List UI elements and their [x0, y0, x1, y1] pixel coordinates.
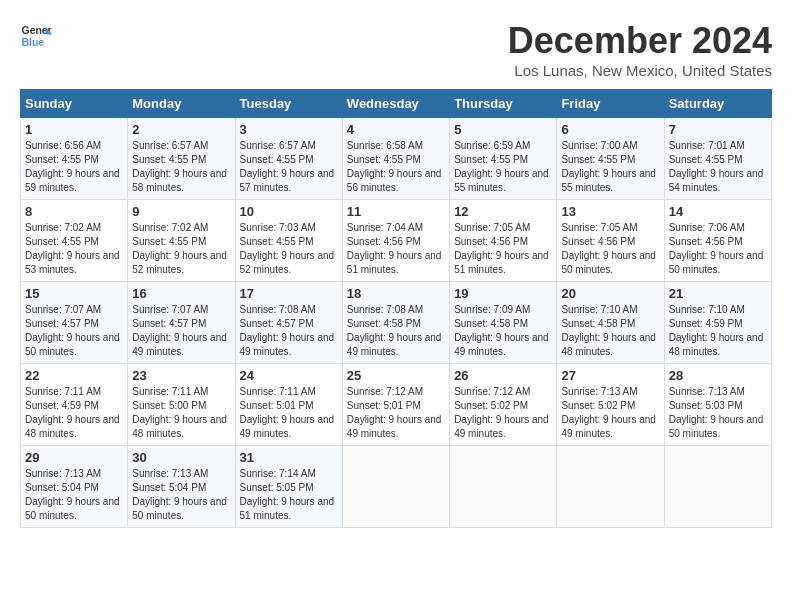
day-number: 15 — [25, 286, 123, 301]
calendar-title: December 2024 — [508, 20, 772, 62]
day-number: 29 — [25, 450, 123, 465]
day-number: 5 — [454, 122, 552, 137]
calendar-cell — [664, 446, 771, 528]
calendar-cell: 21 Sunrise: 7:10 AMSunset: 4:59 PMDaylig… — [664, 282, 771, 364]
calendar-cell: 3 Sunrise: 6:57 AMSunset: 4:55 PMDayligh… — [235, 118, 342, 200]
day-info: Sunrise: 7:02 AMSunset: 4:55 PMDaylight:… — [25, 222, 120, 275]
day-info: Sunrise: 7:10 AMSunset: 4:58 PMDaylight:… — [561, 304, 656, 357]
calendar-cell: 8 Sunrise: 7:02 AMSunset: 4:55 PMDayligh… — [21, 200, 128, 282]
day-number: 26 — [454, 368, 552, 383]
day-number: 20 — [561, 286, 659, 301]
day-info: Sunrise: 7:05 AMSunset: 4:56 PMDaylight:… — [561, 222, 656, 275]
calendar-cell: 30 Sunrise: 7:13 AMSunset: 5:04 PMDaylig… — [128, 446, 235, 528]
day-info: Sunrise: 7:09 AMSunset: 4:58 PMDaylight:… — [454, 304, 549, 357]
day-info: Sunrise: 7:07 AMSunset: 4:57 PMDaylight:… — [25, 304, 120, 357]
day-info: Sunrise: 7:06 AMSunset: 4:56 PMDaylight:… — [669, 222, 764, 275]
week-row-4: 22 Sunrise: 7:11 AMSunset: 4:59 PMDaylig… — [21, 364, 772, 446]
calendar-cell: 26 Sunrise: 7:12 AMSunset: 5:02 PMDaylig… — [450, 364, 557, 446]
calendar-cell: 6 Sunrise: 7:00 AMSunset: 4:55 PMDayligh… — [557, 118, 664, 200]
calendar-cell: 22 Sunrise: 7:11 AMSunset: 4:59 PMDaylig… — [21, 364, 128, 446]
calendar-cell: 18 Sunrise: 7:08 AMSunset: 4:58 PMDaylig… — [342, 282, 449, 364]
day-info: Sunrise: 7:00 AMSunset: 4:55 PMDaylight:… — [561, 140, 656, 193]
day-number: 10 — [240, 204, 338, 219]
day-info: Sunrise: 6:56 AMSunset: 4:55 PMDaylight:… — [25, 140, 120, 193]
day-number: 18 — [347, 286, 445, 301]
calendar-cell — [342, 446, 449, 528]
week-row-1: 1 Sunrise: 6:56 AMSunset: 4:55 PMDayligh… — [21, 118, 772, 200]
calendar-cell: 10 Sunrise: 7:03 AMSunset: 4:55 PMDaylig… — [235, 200, 342, 282]
calendar-cell: 15 Sunrise: 7:07 AMSunset: 4:57 PMDaylig… — [21, 282, 128, 364]
header-wednesday: Wednesday — [342, 90, 449, 118]
day-number: 13 — [561, 204, 659, 219]
calendar-cell: 20 Sunrise: 7:10 AMSunset: 4:58 PMDaylig… — [557, 282, 664, 364]
day-info: Sunrise: 7:02 AMSunset: 4:55 PMDaylight:… — [132, 222, 227, 275]
calendar-cell: 13 Sunrise: 7:05 AMSunset: 4:56 PMDaylig… — [557, 200, 664, 282]
day-info: Sunrise: 7:07 AMSunset: 4:57 PMDaylight:… — [132, 304, 227, 357]
day-number: 6 — [561, 122, 659, 137]
calendar-cell: 12 Sunrise: 7:05 AMSunset: 4:56 PMDaylig… — [450, 200, 557, 282]
calendar-cell: 9 Sunrise: 7:02 AMSunset: 4:55 PMDayligh… — [128, 200, 235, 282]
day-number: 4 — [347, 122, 445, 137]
calendar-table: SundayMondayTuesdayWednesdayThursdayFrid… — [20, 89, 772, 528]
day-number: 28 — [669, 368, 767, 383]
calendar-subtitle: Los Lunas, New Mexico, United States — [508, 62, 772, 79]
weekday-header-row: SundayMondayTuesdayWednesdayThursdayFrid… — [21, 90, 772, 118]
day-info: Sunrise: 7:08 AMSunset: 4:58 PMDaylight:… — [347, 304, 442, 357]
day-number: 7 — [669, 122, 767, 137]
day-info: Sunrise: 7:12 AMSunset: 5:02 PMDaylight:… — [454, 386, 549, 439]
calendar-cell: 27 Sunrise: 7:13 AMSunset: 5:02 PMDaylig… — [557, 364, 664, 446]
calendar-cell: 4 Sunrise: 6:58 AMSunset: 4:55 PMDayligh… — [342, 118, 449, 200]
day-info: Sunrise: 7:04 AMSunset: 4:56 PMDaylight:… — [347, 222, 442, 275]
day-number: 9 — [132, 204, 230, 219]
calendar-cell: 31 Sunrise: 7:14 AMSunset: 5:05 PMDaylig… — [235, 446, 342, 528]
day-number: 12 — [454, 204, 552, 219]
day-info: Sunrise: 7:14 AMSunset: 5:05 PMDaylight:… — [240, 468, 335, 521]
calendar-cell — [450, 446, 557, 528]
day-number: 23 — [132, 368, 230, 383]
svg-text:Blue: Blue — [22, 37, 45, 48]
day-number: 30 — [132, 450, 230, 465]
header-friday: Friday — [557, 90, 664, 118]
day-number: 22 — [25, 368, 123, 383]
day-number: 16 — [132, 286, 230, 301]
day-info: Sunrise: 6:57 AMSunset: 4:55 PMDaylight:… — [240, 140, 335, 193]
day-info: Sunrise: 7:10 AMSunset: 4:59 PMDaylight:… — [669, 304, 764, 357]
day-number: 19 — [454, 286, 552, 301]
calendar-cell: 1 Sunrise: 6:56 AMSunset: 4:55 PMDayligh… — [21, 118, 128, 200]
day-info: Sunrise: 6:59 AMSunset: 4:55 PMDaylight:… — [454, 140, 549, 193]
header-tuesday: Tuesday — [235, 90, 342, 118]
calendar-cell: 7 Sunrise: 7:01 AMSunset: 4:55 PMDayligh… — [664, 118, 771, 200]
day-info: Sunrise: 6:58 AMSunset: 4:55 PMDaylight:… — [347, 140, 442, 193]
day-info: Sunrise: 7:01 AMSunset: 4:55 PMDaylight:… — [669, 140, 764, 193]
day-number: 8 — [25, 204, 123, 219]
day-number: 17 — [240, 286, 338, 301]
day-info: Sunrise: 7:13 AMSunset: 5:04 PMDaylight:… — [132, 468, 227, 521]
day-info: Sunrise: 7:05 AMSunset: 4:56 PMDaylight:… — [454, 222, 549, 275]
day-number: 31 — [240, 450, 338, 465]
header-sunday: Sunday — [21, 90, 128, 118]
calendar-cell: 5 Sunrise: 6:59 AMSunset: 4:55 PMDayligh… — [450, 118, 557, 200]
header: General Blue December 2024 Los Lunas, Ne… — [20, 20, 772, 79]
day-info: Sunrise: 7:13 AMSunset: 5:03 PMDaylight:… — [669, 386, 764, 439]
logo-icon: General Blue — [20, 20, 52, 52]
day-info: Sunrise: 7:11 AMSunset: 4:59 PMDaylight:… — [25, 386, 120, 439]
calendar-cell: 28 Sunrise: 7:13 AMSunset: 5:03 PMDaylig… — [664, 364, 771, 446]
day-info: Sunrise: 7:13 AMSunset: 5:04 PMDaylight:… — [25, 468, 120, 521]
week-row-2: 8 Sunrise: 7:02 AMSunset: 4:55 PMDayligh… — [21, 200, 772, 282]
calendar-cell — [557, 446, 664, 528]
day-number: 27 — [561, 368, 659, 383]
week-row-3: 15 Sunrise: 7:07 AMSunset: 4:57 PMDaylig… — [21, 282, 772, 364]
header-monday: Monday — [128, 90, 235, 118]
day-number: 1 — [25, 122, 123, 137]
day-number: 2 — [132, 122, 230, 137]
day-info: Sunrise: 7:11 AMSunset: 5:00 PMDaylight:… — [132, 386, 227, 439]
calendar-cell: 2 Sunrise: 6:57 AMSunset: 4:55 PMDayligh… — [128, 118, 235, 200]
day-info: Sunrise: 7:08 AMSunset: 4:57 PMDaylight:… — [240, 304, 335, 357]
day-number: 3 — [240, 122, 338, 137]
day-info: Sunrise: 6:57 AMSunset: 4:55 PMDaylight:… — [132, 140, 227, 193]
calendar-cell: 14 Sunrise: 7:06 AMSunset: 4:56 PMDaylig… — [664, 200, 771, 282]
logo: General Blue — [20, 20, 52, 52]
day-info: Sunrise: 7:11 AMSunset: 5:01 PMDaylight:… — [240, 386, 335, 439]
day-number: 14 — [669, 204, 767, 219]
calendar-cell: 19 Sunrise: 7:09 AMSunset: 4:58 PMDaylig… — [450, 282, 557, 364]
